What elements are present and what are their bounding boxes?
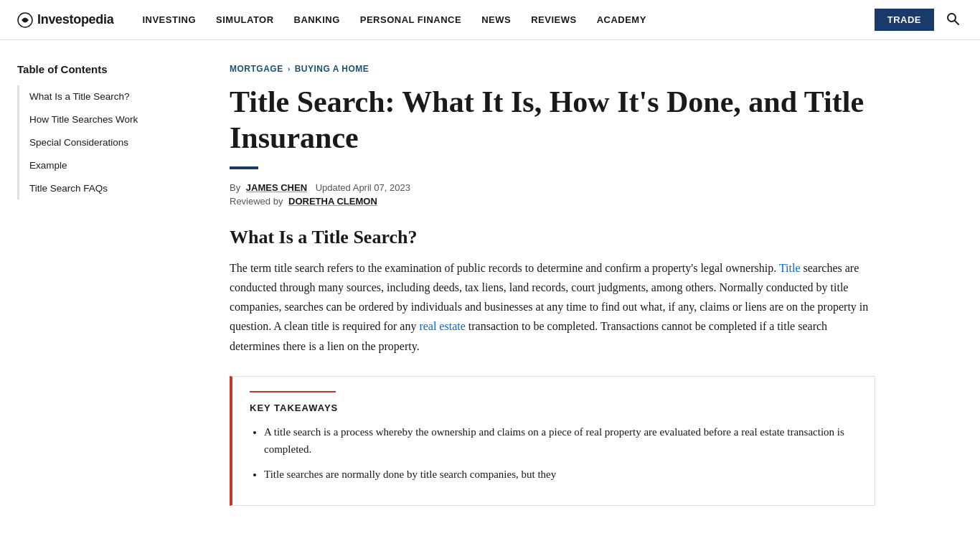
main-nav: INVESTING SIMULATOR BANKING PERSONAL FIN… <box>142 14 874 25</box>
takeaways-title: KEY TAKEAWAYS <box>250 402 857 413</box>
search-icon <box>946 11 960 26</box>
toc-item-4[interactable]: Example <box>19 154 198 177</box>
breadcrumb: MORTGAGE › BUYING A HOME <box>230 63 875 74</box>
sidebar: Table of Contents What Is a Title Search… <box>0 40 215 217</box>
takeaway-item-2: Title searches are normally done by titl… <box>264 466 857 484</box>
real-estate-link[interactable]: real estate <box>419 320 465 332</box>
toc-item-3[interactable]: Special Considerations <box>19 131 198 154</box>
toc-link-2[interactable]: How Title Searches Work <box>29 114 138 125</box>
toc-item-1[interactable]: What Is a Title Search? <box>19 85 198 108</box>
author-meta: By JAMES CHEN Updated April 07, 2023 <box>230 182 875 193</box>
breadcrumb-buying-home[interactable]: BUYING A HOME <box>295 64 369 74</box>
page-wrapper: Table of Contents What Is a Title Search… <box>0 40 980 534</box>
breadcrumb-mortgage[interactable]: MORTGAGE <box>230 64 283 74</box>
takeaways-box: KEY TAKEAWAYS A title search is a proces… <box>230 376 875 506</box>
what-is-body: The term title search refers to the exam… <box>230 258 875 356</box>
toc-title: Table of Contents <box>17 63 198 75</box>
search-button[interactable] <box>943 9 963 31</box>
toc-link-1[interactable]: What Is a Title Search? <box>29 91 130 102</box>
trade-button[interactable]: TRADE <box>875 9 934 31</box>
takeaways-list: A title search is a process whereby the … <box>250 423 857 484</box>
toc-list: What Is a Title Search? How Title Search… <box>17 85 198 199</box>
title-underline <box>230 166 258 169</box>
toc-link-3[interactable]: Special Considerations <box>29 137 128 148</box>
title-link[interactable]: Title <box>779 262 801 274</box>
logo-icon <box>17 12 33 28</box>
toc-item-2[interactable]: How Title Searches Work <box>19 108 198 131</box>
updated-date: Updated April 07, 2023 <box>316 182 410 193</box>
nav-simulator[interactable]: SIMULATOR <box>216 14 274 25</box>
logo-text: Investopedia <box>37 12 113 27</box>
what-is-heading: What Is a Title Search? <box>230 227 875 248</box>
nav-news[interactable]: NEWS <box>481 14 511 25</box>
svg-line-2 <box>955 21 959 25</box>
site-header: Investopedia INVESTING SIMULATOR BANKING… <box>0 0 980 40</box>
nav-personal-finance[interactable]: PERSONAL FINANCE <box>360 14 461 25</box>
by-label: By <box>230 182 240 193</box>
author-link[interactable]: JAMES CHEN <box>246 182 307 193</box>
takeaways-header-line <box>250 391 336 392</box>
toc-item-5[interactable]: Title Search FAQs <box>19 177 198 200</box>
nav-right-actions: TRADE <box>875 9 963 31</box>
nav-reviews[interactable]: REVIEWS <box>531 14 576 25</box>
main-content: MORTGAGE › BUYING A HOME Title Search: W… <box>215 40 904 534</box>
nav-banking[interactable]: BANKING <box>294 14 340 25</box>
reviewed-label: Reviewed by <box>230 196 283 207</box>
nav-investing[interactable]: INVESTING <box>142 14 196 25</box>
nav-academy[interactable]: ACADEMY <box>597 14 646 25</box>
toc-link-5[interactable]: Title Search FAQs <box>29 183 108 194</box>
logo-link[interactable]: Investopedia <box>17 12 113 28</box>
reviewer-link[interactable]: DORETHA CLEMON <box>288 196 377 207</box>
article-title: Title Search: What It Is, How It's Done,… <box>230 84 875 156</box>
takeaway-item-1: A title search is a process whereby the … <box>264 423 857 459</box>
reviewer-meta: Reviewed by DORETHA CLEMON <box>230 196 875 207</box>
toc-link-4[interactable]: Example <box>29 160 67 171</box>
breadcrumb-separator: › <box>288 63 291 74</box>
